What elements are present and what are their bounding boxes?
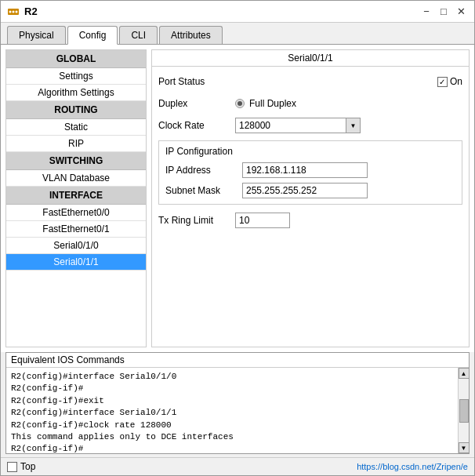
sidebar-item-vlan-database[interactable]: VLAN Database: [6, 170, 146, 187]
ip-config-title: IP Configuration: [165, 146, 455, 157]
tx-ring-limit-input[interactable]: [235, 213, 290, 228]
title-controls: − □ ✕: [419, 5, 468, 19]
main-panel: Serial0/1/1 Port Status ✓ On Duplex: [151, 49, 470, 347]
subnet-mask-label: Subnet Mask: [165, 185, 236, 196]
svg-point-1: [9, 10, 12, 13]
clock-rate-row: Clock Rate 128000 ▼: [158, 117, 462, 134]
sidebar-item-serial011[interactable]: Serial0/1/1: [6, 254, 146, 271]
console-wrapper: Equivalent IOS Commands R2(config)#inter…: [1, 352, 474, 457]
port-status-on-label: On: [450, 76, 462, 87]
close-button[interactable]: ✕: [454, 5, 468, 19]
top-checkbox-box[interactable]: [7, 462, 17, 472]
port-status-row: Port Status ✓ On: [158, 73, 462, 90]
scroll-thumb[interactable]: [459, 399, 469, 423]
title-bar: R2 − □ ✕: [1, 1, 474, 23]
tab-bar: Physical Config CLI Attributes: [1, 23, 474, 45]
interface-body: Port Status ✓ On Duplex Full Duplex: [152, 67, 469, 234]
sidebar: GLOBAL Settings Algorithm Settings ROUTI…: [5, 49, 147, 347]
duplex-radio[interactable]: [235, 99, 245, 108]
top-checkbox[interactable]: Top: [7, 461, 35, 472]
bottom-bar: Top https://blog.csdn.net/Zripen/e: [1, 457, 474, 475]
sidebar-header-switching: SWITCHING: [6, 152, 146, 170]
clock-rate-arrow[interactable]: ▼: [346, 118, 360, 133]
sidebar-item-fastethernet01[interactable]: FastEthernet0/1: [6, 221, 146, 238]
tx-ring-limit-label: Tx Ring Limit: [158, 215, 229, 226]
console-title: Equivalent IOS Commands: [6, 353, 469, 368]
console-scrollbar: ▲ ▼: [458, 368, 469, 453]
ip-config-section: IP Configuration IP Address Subnet Mask: [158, 140, 462, 205]
minimize-button[interactable]: −: [419, 5, 433, 19]
sidebar-scroll[interactable]: GLOBAL Settings Algorithm Settings ROUTI…: [6, 50, 146, 347]
sidebar-item-fastethernet00[interactable]: FastEthernet0/0: [6, 205, 146, 221]
subnet-mask-row: Subnet Mask: [165, 182, 455, 199]
ip-address-row: IP Address: [165, 162, 455, 179]
title-bar-left: R2: [7, 5, 38, 18]
top-checkbox-label: Top: [20, 461, 35, 472]
sidebar-item-settings[interactable]: Settings: [6, 68, 146, 85]
clock-rate-value: 128000: [239, 120, 270, 131]
duplex-radio-row: Full Duplex: [235, 98, 296, 109]
port-status-checkbox[interactable]: ✓: [437, 77, 448, 87]
sidebar-item-static[interactable]: Static: [6, 119, 146, 136]
port-status-on: ✓ On: [437, 76, 462, 87]
tab-physical[interactable]: Physical: [7, 26, 66, 44]
router-icon: [7, 5, 20, 18]
console-area: Equivalent IOS Commands R2(config)#inter…: [5, 352, 470, 454]
interface-panel: Serial0/1/1 Port Status ✓ On Duplex: [151, 49, 470, 347]
clock-rate-label: Clock Rate: [158, 120, 229, 131]
tab-attributes[interactable]: Attributes: [159, 26, 223, 44]
sidebar-item-algorithm-settings[interactable]: Algorithm Settings: [6, 85, 146, 101]
scroll-down-arrow[interactable]: ▼: [459, 442, 470, 453]
ip-address-input[interactable]: [242, 162, 368, 178]
svg-point-2: [13, 10, 15, 13]
sidebar-header-global: GLOBAL: [6, 50, 146, 68]
clock-rate-select[interactable]: 128000 ▼: [235, 118, 361, 133]
subnet-mask-input[interactable]: [242, 183, 368, 198]
bottom-link: https://blog.csdn.net/Zripen/e: [357, 462, 468, 471]
content-area: GLOBAL Settings Algorithm Settings ROUTI…: [1, 45, 474, 352]
tab-config[interactable]: Config: [67, 26, 118, 45]
sidebar-item-rip[interactable]: RIP: [6, 136, 146, 152]
duplex-label: Duplex: [158, 98, 229, 109]
duplex-value: Full Duplex: [249, 98, 296, 109]
tab-cli[interactable]: CLI: [119, 26, 158, 44]
console-text[interactable]: R2(config)#interface Serial0/1/0 R2(conf…: [6, 368, 458, 453]
maximize-button[interactable]: □: [437, 5, 451, 19]
scroll-up-arrow[interactable]: ▲: [459, 368, 470, 379]
window-title: R2: [24, 5, 38, 17]
ip-address-label: IP Address: [165, 165, 236, 176]
sidebar-header-routing: ROUTING: [6, 101, 146, 119]
console-body: R2(config)#interface Serial0/1/0 R2(conf…: [6, 368, 469, 453]
sidebar-header-interface: INTERFACE: [6, 187, 146, 205]
tx-ring-limit-row: Tx Ring Limit: [158, 213, 462, 228]
port-status-label: Port Status: [158, 76, 229, 87]
main-window: R2 − □ ✕ Physical Config CLI Attributes …: [0, 0, 475, 476]
duplex-row: Duplex Full Duplex: [158, 95, 462, 112]
svg-point-3: [16, 10, 18, 13]
interface-title: Serial0/1/1: [152, 50, 469, 67]
sidebar-item-serial010[interactable]: Serial0/1/0: [6, 238, 146, 254]
